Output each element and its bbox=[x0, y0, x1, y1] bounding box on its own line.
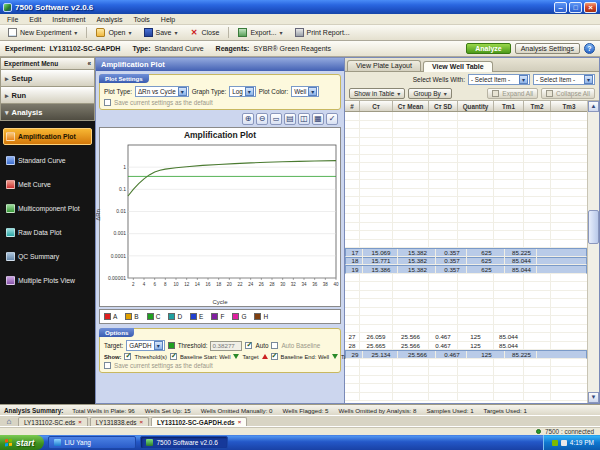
zoom-in-icon[interactable] bbox=[242, 113, 254, 125]
target-select[interactable]: GAPDH bbox=[126, 340, 164, 351]
open-button[interactable]: Open bbox=[91, 26, 136, 39]
auto-threshold-checkbox[interactable] bbox=[245, 342, 252, 349]
table-row[interactable] bbox=[345, 359, 587, 368]
tray-volume-icon[interactable] bbox=[561, 440, 567, 446]
save-button[interactable]: Save bbox=[139, 26, 183, 39]
maximize-icon[interactable] bbox=[569, 2, 582, 13]
table-row[interactable] bbox=[345, 299, 587, 308]
legend-item[interactable]: D bbox=[168, 313, 182, 320]
sidebar-item-qc-summary[interactable]: QC Summary bbox=[3, 248, 92, 265]
print-report-button[interactable]: Print Report... bbox=[290, 26, 355, 39]
threshold-input[interactable] bbox=[210, 341, 242, 351]
plot-type-select[interactable]: ΔRn vs Cycle bbox=[135, 86, 189, 97]
analyze-button[interactable]: Analyze bbox=[466, 43, 510, 54]
menu-tools[interactable]: Tools bbox=[129, 16, 155, 23]
doc-tab-3-active[interactable]: LY131102-SC-GAPDH.eds bbox=[151, 417, 247, 426]
table-row[interactable] bbox=[345, 155, 587, 164]
table-row[interactable]: 17 15.069 15.382 0.357 625 85.225 bbox=[345, 248, 587, 257]
table-row[interactable]: 28 25.665 25.566 0.467 125 85.044 bbox=[345, 342, 587, 351]
close-window-icon[interactable] bbox=[584, 2, 597, 13]
plot-color-select[interactable]: Well bbox=[291, 86, 319, 97]
close-tab-icon[interactable] bbox=[140, 419, 144, 425]
select-wells-dropdown-2[interactable]: - Select Item - bbox=[533, 74, 595, 85]
menu-help[interactable]: Help bbox=[156, 16, 180, 23]
minimize-icon[interactable] bbox=[554, 2, 567, 13]
table-row[interactable]: 18 15.771 15.382 0.357 625 85.044 bbox=[345, 257, 587, 266]
column-header-number[interactable]: # bbox=[345, 101, 360, 111]
table-row[interactable] bbox=[345, 316, 587, 325]
close-tab-icon[interactable] bbox=[78, 419, 82, 425]
table-row[interactable] bbox=[345, 223, 587, 232]
sidebar-item-standard-curve[interactable]: Standard Curve bbox=[3, 152, 92, 169]
select-wells-dropdown-1[interactable]: - Select Item - bbox=[468, 74, 530, 85]
table-row[interactable]: 19 15.386 15.382 0.357 625 85.044 bbox=[345, 265, 587, 274]
sidebar-item-raw-data-plot[interactable]: Raw Data Plot bbox=[3, 224, 92, 241]
scroll-down-icon[interactable] bbox=[588, 392, 599, 403]
menu-analysis[interactable]: Analysis bbox=[91, 16, 127, 23]
table-row[interactable] bbox=[345, 129, 587, 138]
sidebar-section-analysis[interactable]: Analysis bbox=[0, 104, 95, 121]
table-row[interactable] bbox=[345, 180, 587, 189]
legend-item[interactable]: A bbox=[104, 313, 117, 320]
table-row[interactable]: 29 25.134 25.566 0.467 125 85.225 bbox=[345, 350, 587, 359]
new-experiment-button[interactable]: New Experiment bbox=[3, 26, 82, 39]
scrollbar-track[interactable] bbox=[588, 112, 599, 392]
taskbar-item-7500-software[interactable]: 7500 Software v2.0.6 bbox=[140, 436, 228, 449]
collapse-menu-icon[interactable] bbox=[87, 60, 91, 67]
table-row[interactable] bbox=[345, 172, 587, 181]
table-row[interactable] bbox=[345, 231, 587, 240]
help-icon[interactable] bbox=[584, 43, 595, 54]
baseline-start-checkbox[interactable] bbox=[170, 353, 177, 360]
expand-all-button[interactable]: Expand All bbox=[487, 88, 538, 99]
sidebar-section-run[interactable]: Run bbox=[0, 87, 95, 104]
save-settings-default-checkbox[interactable] bbox=[104, 99, 111, 106]
save-options-default-checkbox[interactable] bbox=[104, 362, 111, 369]
table-row[interactable] bbox=[345, 112, 587, 121]
table-row[interactable] bbox=[345, 214, 587, 223]
column-header-tm3[interactable]: Tm3 bbox=[551, 101, 587, 111]
doc-tab-2[interactable]: LY131838.eds bbox=[90, 417, 149, 426]
home-icon[interactable] bbox=[2, 416, 16, 426]
auto-baseline-checkbox[interactable] bbox=[271, 342, 278, 349]
column-header-ct-mean[interactable]: Cт Mean bbox=[393, 101, 429, 111]
sidebar-section-setup[interactable]: Setup bbox=[0, 70, 95, 87]
table-row[interactable] bbox=[345, 384, 587, 393]
table-row[interactable] bbox=[345, 138, 587, 147]
baseline-end-checkbox[interactable] bbox=[271, 353, 278, 360]
print-plot-icon[interactable] bbox=[284, 113, 296, 125]
menu-instrument[interactable]: Instrument bbox=[47, 16, 90, 23]
show-in-table-button[interactable]: Show in Table bbox=[349, 88, 405, 99]
fit-to-window-icon[interactable] bbox=[270, 113, 282, 125]
scrollbar-thumb[interactable] bbox=[588, 210, 599, 244]
table-row[interactable] bbox=[345, 291, 587, 300]
legend-item[interactable]: H bbox=[254, 313, 268, 320]
column-header-quantity[interactable]: Quantity bbox=[458, 101, 494, 111]
column-header-tm1[interactable]: Tm1 bbox=[494, 101, 524, 111]
table-row[interactable] bbox=[345, 206, 587, 215]
zoom-out-icon[interactable] bbox=[256, 113, 268, 125]
analysis-settings-button[interactable]: Analysis Settings bbox=[515, 43, 580, 54]
menu-edit[interactable]: Edit bbox=[24, 16, 46, 23]
menu-file[interactable]: File bbox=[2, 16, 23, 23]
copy-plot-icon[interactable] bbox=[298, 113, 310, 125]
table-row[interactable] bbox=[345, 121, 587, 130]
collapse-all-button[interactable]: Collapse All bbox=[541, 88, 595, 99]
column-header-tm2[interactable]: Tm2 bbox=[524, 101, 551, 111]
apply-icon[interactable] bbox=[326, 113, 338, 125]
export-button[interactable]: Export... bbox=[233, 26, 287, 39]
legend-item[interactable]: E bbox=[190, 313, 203, 320]
table-row[interactable] bbox=[345, 189, 587, 198]
sidebar-item-amplification-plot[interactable]: Amplification Plot bbox=[3, 128, 92, 145]
tray-shield-icon[interactable] bbox=[552, 440, 558, 446]
scroll-up-icon[interactable] bbox=[588, 101, 599, 112]
sidebar-item-multicomponent-plot[interactable]: Multicomponent Plot bbox=[3, 200, 92, 217]
legend-item[interactable]: C bbox=[147, 313, 161, 320]
plot-properties-icon[interactable] bbox=[312, 113, 324, 125]
column-header-ct-sd[interactable]: Cт SD bbox=[429, 101, 458, 111]
taskbar-item-liu-yang[interactable]: LIU Yang bbox=[48, 436, 136, 449]
table-row[interactable] bbox=[345, 146, 587, 155]
legend-item[interactable]: B bbox=[125, 313, 138, 320]
table-row[interactable] bbox=[345, 197, 587, 206]
table-row[interactable] bbox=[345, 240, 587, 249]
table-row[interactable]: 27 26.059 25.566 0.467 125 85.044 bbox=[345, 333, 587, 342]
